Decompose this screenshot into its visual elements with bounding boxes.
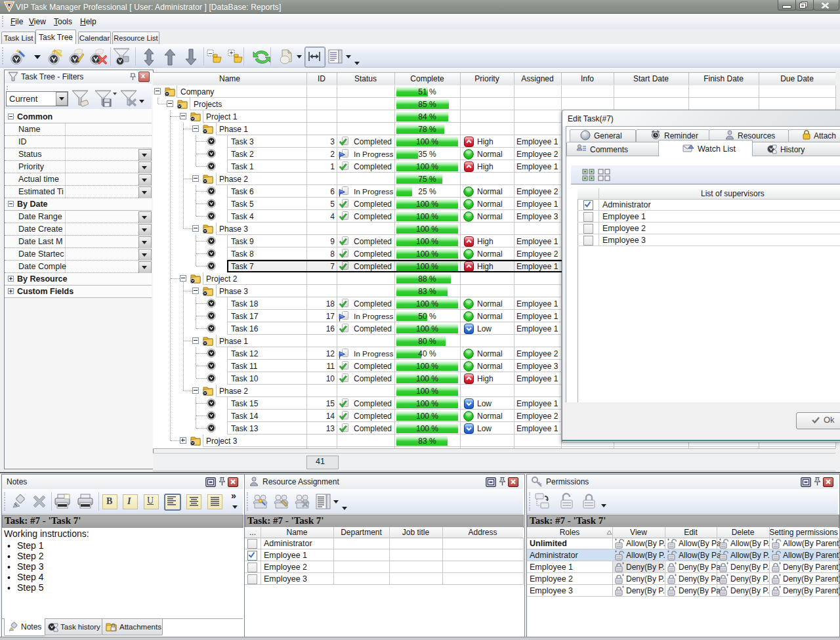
svg-text:–: – bbox=[209, 49, 213, 56]
svg-text:+: + bbox=[230, 49, 234, 56]
